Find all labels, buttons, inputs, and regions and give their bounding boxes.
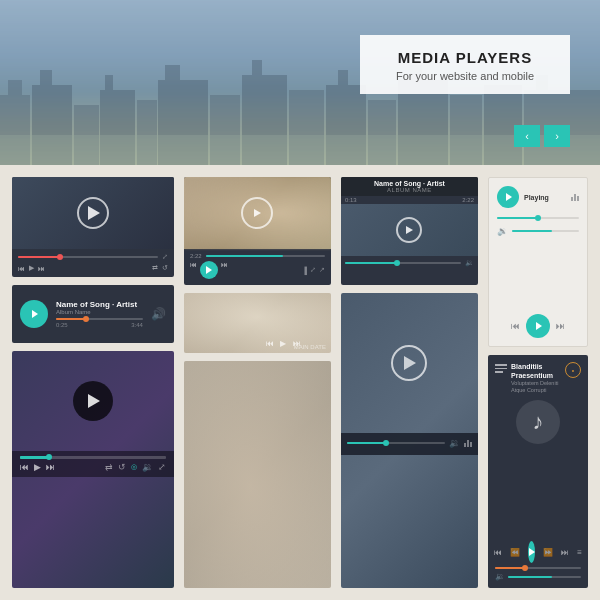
column-3: Name of Song · Artist ALBUM NAME 0:13 2:… <box>341 177 478 588</box>
p2-share[interactable]: ↗ <box>319 266 325 274</box>
p8-progress-bar[interactable] <box>495 567 581 569</box>
p8-fwd-btn[interactable]: ⏩ <box>543 548 553 557</box>
p4-full-btn[interactable]: ⤢ <box>158 462 166 472</box>
p3-play-button[interactable] <box>20 300 48 328</box>
hero-title: MEDIA PLAYERS <box>380 49 550 66</box>
p6-progress-row: 🔉 <box>347 438 472 448</box>
p8-line2 <box>495 368 507 370</box>
p2-ctrl-row: ⏮ ⏭ ▐ ⤢ ↗ <box>190 261 325 279</box>
p1-progress-fill <box>18 256 60 258</box>
p1-repeat-icon[interactable]: ↺ <box>162 264 168 272</box>
p4-shuffle-btn[interactable]: ⇄ <box>105 462 113 472</box>
hero-next-button[interactable]: › <box>544 125 570 147</box>
p2-progress-bar[interactable] <box>206 255 325 257</box>
p7-next[interactable]: ⏭ <box>556 321 565 331</box>
p2-time: 2:22 <box>190 253 202 259</box>
p3-progress-fill <box>56 318 86 320</box>
p6-controls: 🔉 <box>341 433 478 455</box>
laptop-ctrl-row: ⏮ ▶ ⏭ <box>266 332 301 350</box>
p7-play-button[interactable] <box>497 186 519 208</box>
p8-vol-fill <box>508 576 552 578</box>
p8-note-circle[interactable]: ♪ <box>516 400 560 444</box>
p4-teal-icon[interactable]: ◎ <box>131 463 137 471</box>
p5-vol[interactable]: 🔉 <box>465 259 474 267</box>
p4-progress-bar[interactable] <box>20 456 166 459</box>
p2-prev[interactable]: ⏮ <box>190 261 197 279</box>
p6-play-icon <box>404 356 416 370</box>
p8-menu-btn[interactable]: ≡ <box>577 548 582 557</box>
column-1: ⤢ ⏮ ▶ ⏭ ⇄ ↺ <box>12 177 174 588</box>
p3-volume-icon[interactable]: 🔊 <box>151 307 166 321</box>
p6-progress-bar[interactable] <box>347 442 445 444</box>
p7-vol-fill <box>512 230 552 232</box>
player-2-photo: 2:22 ⏮ ⏭ ▐ ⤢ <box>184 177 331 285</box>
p4-play-icon <box>88 394 100 408</box>
p2-vol[interactable]: ▐ <box>302 267 307 274</box>
p3-play-icon <box>32 310 38 318</box>
p1-play-button[interactable] <box>77 197 109 229</box>
p2-next[interactable]: ⏭ <box>221 261 228 279</box>
players-grid: ⤢ ⏮ ▶ ⏭ ⇄ ↺ <box>0 165 600 600</box>
p3-progress-dot <box>83 316 89 322</box>
p4-play-btn[interactable]: ▶ <box>34 462 41 472</box>
laptop-next[interactable]: ⏭ <box>293 339 301 348</box>
p7-play-main[interactable] <box>526 314 550 338</box>
p1-fullscreen-icon[interactable]: ⤢ <box>162 253 168 261</box>
p5-album: ALBUM NAME <box>347 187 472 193</box>
hero-prev-button[interactable]: ‹ <box>514 125 540 147</box>
p7-progress-bar[interactable] <box>497 217 579 219</box>
p8-vol-bar[interactable] <box>508 576 581 578</box>
p5-play-button[interactable] <box>396 217 422 243</box>
p5-progress-bar[interactable] <box>345 262 461 264</box>
p7-play-icon <box>506 193 512 201</box>
p6-vol-icon[interactable]: 🔉 <box>449 438 460 448</box>
p7-vol-icon[interactable]: 🔉 <box>497 226 508 236</box>
p4-vol-btn[interactable]: 🔉 <box>142 462 153 472</box>
p4-play-button[interactable] <box>73 381 113 421</box>
p7-label: Playing <box>524 194 566 201</box>
p6-play-button[interactable] <box>391 345 427 381</box>
p2-play-icon <box>254 209 261 217</box>
p8-next-btn[interactable]: ⏭ <box>561 548 569 557</box>
p4-prev-btn[interactable]: ⏮ <box>20 462 29 472</box>
p3-time-current: 0:25 <box>56 322 68 328</box>
p1-next-icon[interactable]: ⏭ <box>38 265 45 272</box>
p7-spacer <box>497 241 579 309</box>
p6-progress-dot <box>383 440 389 446</box>
p2-fullscreen[interactable]: ⤢ <box>310 266 316 274</box>
p8-rew-btn[interactable]: ⏪ <box>510 548 520 557</box>
p2-play-ctrl[interactable] <box>200 261 218 279</box>
p2-video-area <box>184 177 331 249</box>
p6-bar2 <box>467 440 469 447</box>
p8-vol-icon[interactable]: 🔉 <box>495 572 505 581</box>
p7-vol-bar[interactable] <box>512 230 579 232</box>
p1-shuffle-icon[interactable]: ⇄ <box>152 264 158 272</box>
p7-top-row: Playing <box>497 186 579 208</box>
p1-progress-bar[interactable] <box>18 256 158 258</box>
p8-play-btn[interactable] <box>528 541 535 563</box>
p5-time-row: 0:13 2:22 <box>341 196 478 204</box>
p3-time-row: 0:25 3:44 <box>56 322 143 328</box>
p8-title: Blanditiis Praesentium <box>511 362 561 380</box>
p1-play-icon-small[interactable]: ▶ <box>29 264 34 272</box>
p8-menu-dot[interactable]: • <box>565 362 581 378</box>
laptop-play[interactable]: ▶ <box>280 339 286 348</box>
p8-prev-btn[interactable]: ⏮ <box>494 548 502 557</box>
p1-ctrl-row: ⏮ ▶ ⏭ ⇄ ↺ <box>18 264 168 272</box>
p1-prev-icon[interactable]: ⏮ <box>18 265 25 272</box>
laptop-prev[interactable]: ⏮ <box>266 339 274 348</box>
p3-progress-bar[interactable] <box>56 318 143 320</box>
p4-ctrl-row: ⏮ ▶ ⏭ ⇄ ↺ ◎ 🔉 ⤢ <box>20 462 166 472</box>
p5-bottom-controls: 🔉 <box>341 256 478 270</box>
player-7-light: Playing 🔉 <box>488 177 588 347</box>
p5-time-end: 2:22 <box>462 197 474 203</box>
p1-ctrl-right: ⇄ ↺ <box>152 264 168 272</box>
player-5-video-header: Name of Song · Artist ALBUM NAME 0:13 2:… <box>341 177 478 285</box>
p5-play-icon <box>406 226 413 234</box>
p8-list-icon[interactable] <box>495 364 507 373</box>
p4-next-btn[interactable]: ⏭ <box>46 462 55 472</box>
p2-play-ctrl-icon <box>206 266 212 274</box>
p4-repeat-btn[interactable]: ↺ <box>118 462 126 472</box>
p6-bars-icon <box>464 440 472 447</box>
p7-prev[interactable]: ⏮ <box>511 321 520 331</box>
